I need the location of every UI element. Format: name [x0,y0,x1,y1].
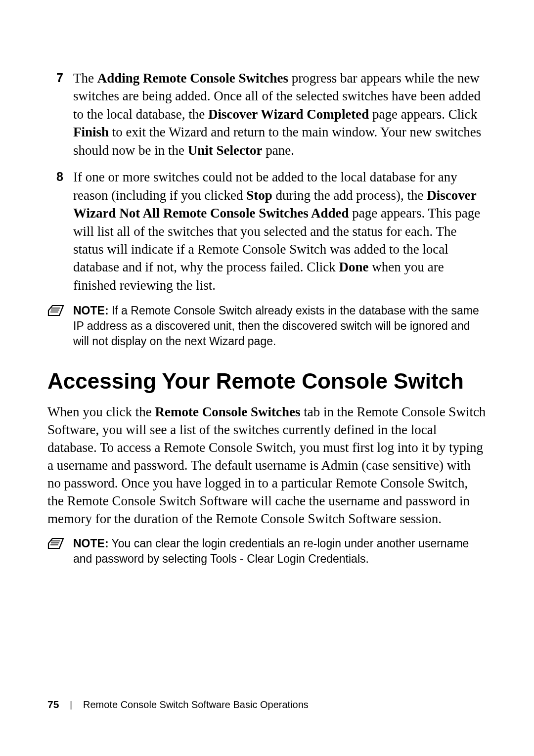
text: When you click the [47,404,155,419]
page-footer: 75 | Remote Console Switch Software Basi… [47,699,309,711]
note-icon-col [47,303,73,319]
page-number: 75 [47,699,59,711]
step-7: 7 The Adding Remote Console Switches pro… [47,69,487,159]
text: during the add process), the [272,188,427,203]
step-8: 8 If one or more switches could not be a… [47,168,487,294]
body-paragraph: When you click the Remote Console Switch… [47,403,487,528]
text: page appears. Click [369,107,477,122]
svg-marker-4 [48,538,63,548]
note-icon [47,304,64,319]
text: pane. [262,143,294,158]
section-heading: Accessing Your Remote Console Switch [47,369,487,394]
note-body: If a Remote Console Switch already exist… [73,304,479,348]
note-block: NOTE: If a Remote Console Switch already… [47,303,487,349]
note-icon-col [47,536,73,552]
chapter-title: Remote Console Switch Software Basic Ope… [83,699,309,711]
bold-text: Remote Console Switches [155,404,300,419]
svg-marker-0 [48,306,63,315]
note-label: NOTE: [73,304,109,317]
step-body: The Adding Remote Console Switches progr… [63,69,487,159]
text: tab in the Remote Console Switch Softwar… [47,404,486,526]
note-label: NOTE: [73,537,109,550]
note-text: NOTE: You can clear the login credential… [73,536,487,567]
bold-text: Discover Wizard Completed [208,107,369,122]
note-text: NOTE: If a Remote Console Switch already… [73,303,487,349]
bold-text: Finish [73,125,109,139]
bold-text: Done [339,260,369,274]
bold-text: Unit Selector [188,143,263,158]
note-block: NOTE: You can clear the login credential… [47,536,487,567]
step-number: 8 [47,168,63,184]
bold-text: Stop [246,188,272,203]
bold-text: Adding Remote Console Switches [97,71,288,86]
note-icon [47,537,64,552]
note-body: You can clear the login credentials an r… [73,537,469,565]
step-number: 7 [47,69,63,85]
text: The [73,71,97,86]
step-body: If one or more switches could not be add… [63,168,487,294]
footer-separator: | [70,700,72,710]
page: 7 The Adding Remote Console Switches pro… [0,0,534,756]
